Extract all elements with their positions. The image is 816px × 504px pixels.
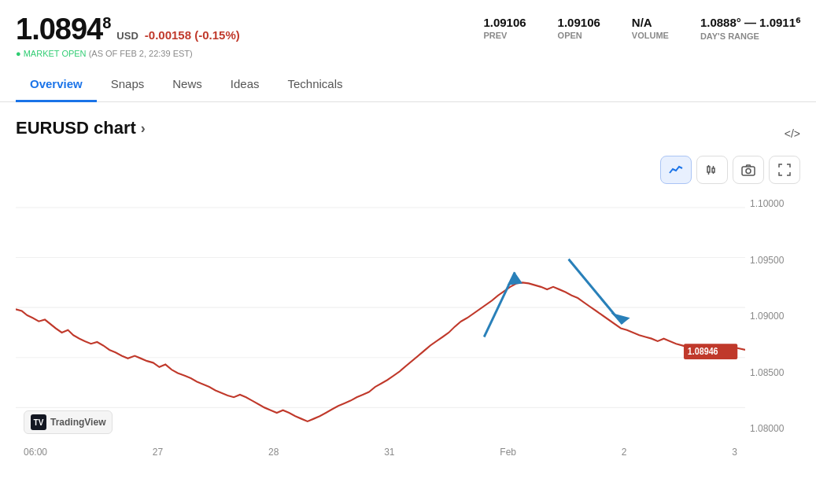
- x-label-2: 2: [622, 447, 627, 458]
- open-label: OPEN: [558, 31, 600, 40]
- chart-title[interactable]: EURUSD chart ›: [16, 118, 146, 138]
- chart-title-text: EURUSD chart: [16, 118, 136, 138]
- price-stats: 1.09106 PREV 1.09106 OPEN N/A VOLUME 1.0…: [483, 13, 800, 41]
- price-integer: 1.0894: [16, 13, 102, 46]
- x-label-time: 06:00: [24, 447, 47, 458]
- x-label-31: 31: [384, 447, 394, 458]
- chart-x-axis: 06:00 27 28 31 Feb 2 3: [16, 447, 745, 458]
- svg-rect-0: [707, 167, 710, 172]
- prev-label: PREV: [483, 31, 526, 40]
- svg-point-7: [746, 169, 751, 174]
- y-label-4: 1.08500: [750, 367, 800, 378]
- price-main: 1.08948 USD -0.00158 (-0.15%): [16, 13, 240, 46]
- prev-value: 1.09106: [483, 16, 526, 29]
- chart-svg: 1.08946: [16, 190, 745, 458]
- x-label-27: 27: [153, 447, 163, 458]
- range-value: 1.0888° — 1.0911⁶: [700, 16, 800, 30]
- y-label-3: 1.09000: [750, 311, 800, 322]
- market-status: ● MARKET OPEN (AS OF FEB 2, 22:39 EST): [16, 49, 240, 58]
- svg-text:1.08946: 1.08946: [688, 347, 718, 357]
- chart-toolbar: [16, 156, 800, 184]
- range-label: DAY'S RANGE: [700, 31, 800, 41]
- chart-area: 1.08946 06:00 27 28 31 Feb 2 3 TV Tradin…: [16, 190, 745, 458]
- embed-button[interactable]: </>: [785, 127, 800, 140]
- price-currency: USD: [116, 30, 138, 42]
- tradingview-text: TradingView: [50, 417, 105, 428]
- stat-range: 1.0888° — 1.0911⁶ DAY'S RANGE: [700, 16, 800, 41]
- price-left: 1.08948 USD -0.00158 (-0.15%) ● MARKET O…: [16, 13, 240, 58]
- fullscreen-button[interactable]: [769, 156, 800, 184]
- camera-button[interactable]: [733, 156, 764, 184]
- stat-prev: 1.09106 PREV: [483, 16, 526, 41]
- tab-snaps[interactable]: Snaps: [97, 68, 159, 102]
- x-label-3: 3: [732, 447, 737, 458]
- svg-rect-6: [742, 167, 755, 175]
- chart-section: EURUSD chart › </>: [0, 102, 816, 465]
- tab-ideas[interactable]: Ideas: [216, 68, 274, 102]
- candle-chart-button[interactable]: [696, 156, 728, 184]
- tradingview-logo: TV TradingView: [24, 410, 113, 434]
- chart-container: 1.08946 06:00 27 28 31 Feb 2 3 TV Tradin…: [16, 190, 800, 458]
- price-header: 1.08948 USD -0.00158 (-0.15%) ● MARKET O…: [0, 0, 816, 64]
- line-chart-button[interactable]: [660, 156, 692, 184]
- y-label-2: 1.09500: [750, 255, 800, 266]
- tab-technicals[interactable]: Technicals: [273, 68, 356, 102]
- svg-marker-14: [508, 272, 523, 285]
- x-label-28: 28: [268, 447, 279, 458]
- price-change: -0.00158 (-0.15%): [145, 28, 240, 42]
- svg-rect-3: [712, 168, 714, 172]
- tab-news[interactable]: News: [158, 68, 216, 102]
- market-time: (AS OF FEB 2, 22:39 EST): [89, 49, 193, 58]
- y-label-5: 1.08000: [750, 423, 800, 434]
- chart-y-axis: 1.10000 1.09500 1.09000 1.08500 1.08000: [745, 190, 800, 458]
- market-open-text: ● MARKET OPEN: [16, 49, 87, 58]
- stat-volume: N/A VOLUME: [632, 16, 669, 41]
- stat-open: 1.09106 OPEN: [558, 16, 600, 41]
- price-decimal: 8: [102, 14, 110, 31]
- open-value: 1.09106: [558, 16, 600, 29]
- y-label-1: 1.10000: [750, 198, 800, 209]
- x-label-feb: Feb: [500, 447, 516, 458]
- nav-tabs: Overview Snaps News Ideas Technicals: [0, 68, 816, 102]
- chart-title-arrow: ›: [141, 120, 146, 137]
- volume-label: VOLUME: [632, 31, 669, 40]
- volume-value: N/A: [632, 16, 669, 29]
- tradingview-icon: TV: [31, 414, 46, 430]
- tab-overview[interactable]: Overview: [16, 68, 97, 102]
- price-value: 1.08948: [16, 13, 110, 46]
